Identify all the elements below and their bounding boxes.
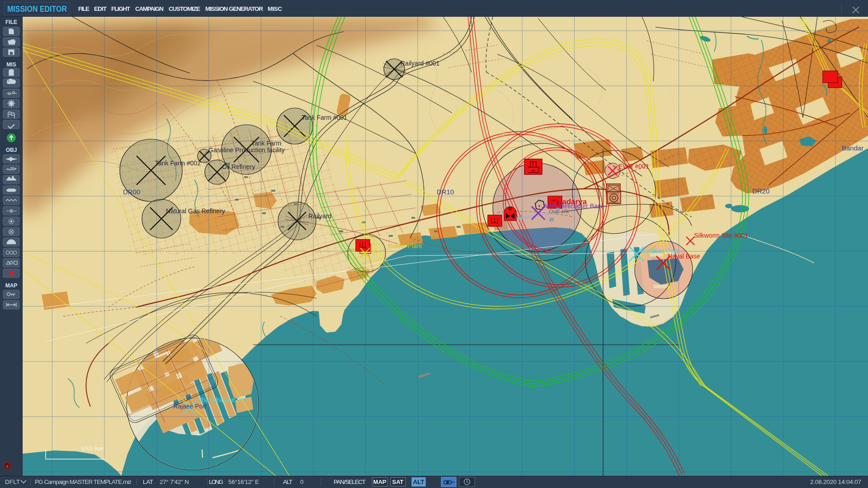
svg-text:ALT: ALT bbox=[413, 479, 424, 485]
svg-text:MIS: MIS bbox=[6, 61, 16, 68]
svg-text:DR10: DR10 bbox=[437, 188, 454, 196]
svg-text:2.08.2020 14:04:07: 2.08.2020 14:04:07 bbox=[810, 479, 861, 485]
svg-text:OBJ: OBJ bbox=[6, 147, 17, 153]
svg-text:PG Campaign MASTER TEMPLATE.mi: PG Campaign MASTER TEMPLATE.miz bbox=[35, 479, 132, 485]
svg-text:56°16'12" E: 56°16'12" E bbox=[228, 479, 259, 485]
svg-text:EWR #001: EWR #001 bbox=[618, 163, 649, 170]
svg-text:Natural Gas Refinery: Natural Gas Refinery bbox=[166, 207, 225, 215]
svg-text:CAMPAIGN: CAMPAIGN bbox=[135, 5, 164, 12]
svg-text:Railyard: Railyard bbox=[308, 212, 331, 220]
svg-text:Tank Farm #001: Tank Farm #001 bbox=[302, 114, 347, 121]
svg-text:Rajaee Port: Rajaee Port bbox=[173, 403, 207, 410]
svg-text:Bahonar Port: Bahonar Port bbox=[641, 247, 678, 254]
svg-text:Silkworm Site #001: Silkworm Site #001 bbox=[694, 232, 748, 239]
svg-text:27° 7'42" N: 27° 7'42" N bbox=[160, 479, 189, 485]
svg-text:Power Plant: Power Plant bbox=[388, 242, 422, 249]
svg-text:Bandar: Bandar bbox=[842, 144, 863, 152]
svg-text:DR20: DR20 bbox=[752, 187, 769, 195]
svg-text:U: U bbox=[508, 206, 511, 211]
svg-text:0: 0 bbox=[300, 479, 304, 485]
svg-text:MISSION EDITOR: MISSION EDITOR bbox=[7, 4, 67, 14]
svg-text:SAT: SAT bbox=[392, 479, 403, 485]
svg-text:Gasoline Production facility: Gasoline Production facility bbox=[208, 146, 285, 154]
svg-text:Tank Farm #002: Tank Farm #002 bbox=[155, 160, 201, 167]
svg-text:DR00: DR00 bbox=[123, 188, 140, 196]
svg-text:Chan 47X: Chan 47X bbox=[549, 209, 569, 214]
svg-text:Railyard #001: Railyard #001 bbox=[401, 60, 440, 67]
svg-text:LAT: LAT bbox=[143, 479, 153, 485]
svg-text:e: e bbox=[6, 464, 8, 469]
svg-text:FLIGHT: FLIGHT bbox=[111, 5, 131, 12]
svg-text:EDIT: EDIT bbox=[94, 5, 107, 12]
svg-text:CUSTOMIZE: CUSTOMIZE bbox=[169, 5, 200, 12]
svg-text:Shahidrajaee Port: Shahidrajaee Port bbox=[198, 396, 248, 404]
svg-text:MAP: MAP bbox=[373, 479, 387, 485]
svg-text:FILE: FILE bbox=[78, 5, 90, 12]
svg-text:Oil Refinery: Oil Refinery bbox=[222, 163, 255, 170]
svg-text:DFLT: DFLT bbox=[5, 479, 20, 485]
svg-text:FILE: FILE bbox=[5, 19, 17, 25]
svg-text:MAP: MAP bbox=[5, 282, 18, 289]
svg-text:PAN/SELECT: PAN/SELECT bbox=[334, 479, 366, 485]
svg-text:Tank Farm: Tank Farm bbox=[251, 140, 281, 147]
svg-text:ALT: ALT bbox=[283, 479, 292, 485]
svg-text:5000 feet: 5000 feet bbox=[81, 446, 104, 452]
svg-text:MISC: MISC bbox=[268, 5, 282, 12]
svg-text:LONG: LONG bbox=[209, 479, 223, 485]
svg-text:ASW Helicopter Base: ASW Helicopter Base bbox=[543, 202, 604, 210]
svg-text:MISSION GENERATOR: MISSION GENERATOR bbox=[205, 5, 263, 12]
